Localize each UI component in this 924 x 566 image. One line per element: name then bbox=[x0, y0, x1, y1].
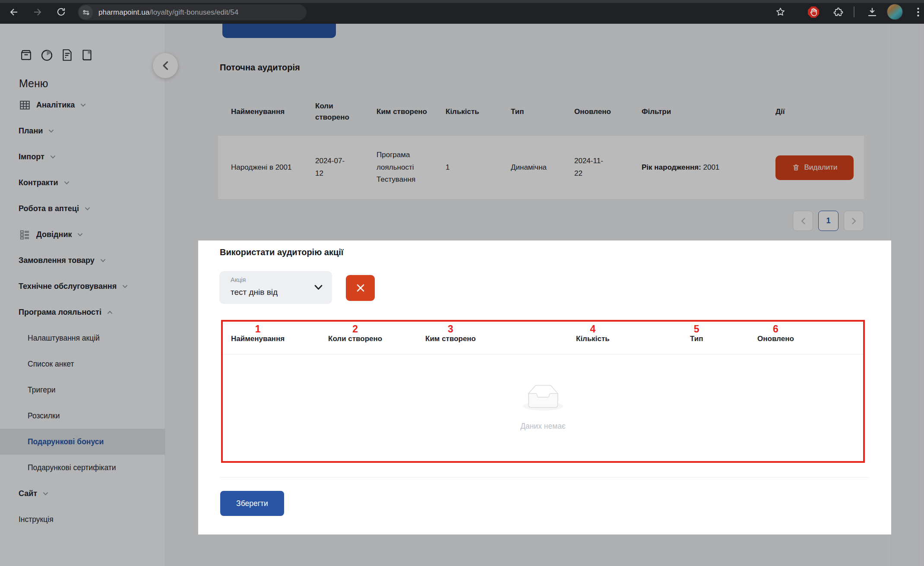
star-icon bbox=[775, 7, 785, 17]
annotated-table-header: 1Найменування 2Коли створено 3Ким створе… bbox=[223, 322, 863, 343]
bookmark-star-button[interactable] bbox=[773, 5, 788, 19]
arrow-left-icon bbox=[9, 7, 19, 17]
browser-forward-button[interactable] bbox=[29, 4, 45, 20]
adblock-extension-button[interactable] bbox=[806, 4, 821, 20]
save-button[interactable]: Зберегти bbox=[220, 491, 284, 516]
profile-avatar[interactable] bbox=[887, 4, 903, 20]
empty-state-text: Даних немає bbox=[520, 422, 566, 431]
url-text: pharmapoint.ua/loyalty/gift-bonuses/edit… bbox=[98, 8, 238, 17]
column-header: Тип bbox=[690, 335, 703, 343]
toolbar-divider bbox=[854, 6, 854, 17]
reload-icon bbox=[56, 7, 66, 17]
annotation-number-4: 4 bbox=[590, 324, 596, 334]
tune-icon bbox=[82, 8, 90, 17]
site-info-button[interactable] bbox=[79, 5, 93, 19]
column-header: Кількість bbox=[576, 335, 610, 343]
empty-inbox-icon bbox=[523, 385, 563, 411]
browser-back-button[interactable] bbox=[6, 4, 22, 20]
annotation-number-5: 5 bbox=[694, 324, 699, 334]
use-promo-audience-panel: Використати аудиторію акції Акція тест д… bbox=[198, 240, 891, 534]
downloads-button[interactable] bbox=[865, 5, 880, 19]
select-value: тест днів від bbox=[231, 288, 278, 297]
close-icon bbox=[355, 283, 366, 293]
browser-reload-button[interactable] bbox=[53, 4, 69, 20]
empty-state: Даних немає bbox=[223, 385, 863, 431]
panel-divider bbox=[220, 477, 869, 477]
browser-menu-button[interactable] bbox=[912, 5, 924, 19]
annotation-number-6: 6 bbox=[773, 324, 778, 334]
download-icon bbox=[867, 6, 878, 18]
annotation-number-1: 1 bbox=[255, 324, 261, 334]
table-header-divider bbox=[223, 354, 863, 354]
adblock-hand-icon bbox=[807, 6, 820, 19]
clear-selection-button[interactable] bbox=[346, 275, 375, 301]
annotated-audience-table: 1Найменування 2Коли створено 3Ким створе… bbox=[221, 320, 865, 463]
column-header: Ким створено bbox=[425, 335, 476, 343]
column-header: Найменування bbox=[231, 335, 285, 343]
browser-chrome: pharmapoint.ua/loyalty/gift-bonuses/edit… bbox=[0, 0, 924, 24]
chevron-down-icon bbox=[314, 285, 323, 290]
annotation-number-3: 3 bbox=[448, 324, 453, 334]
column-header: Коли створено bbox=[328, 335, 382, 343]
puzzle-icon bbox=[833, 7, 844, 17]
address-bar[interactable]: pharmapoint.ua/loyalty/gift-bonuses/edit… bbox=[78, 4, 307, 20]
promo-select[interactable]: Акція тест днів від bbox=[219, 271, 332, 304]
column-header: Оновлено bbox=[757, 335, 794, 343]
panel-title: Використати аудиторію акції bbox=[220, 247, 343, 257]
url-domain: pharmapoint.ua bbox=[98, 8, 149, 16]
extensions-button[interactable] bbox=[831, 5, 846, 19]
kebab-menu-icon bbox=[917, 7, 919, 17]
arrow-right-icon bbox=[32, 7, 42, 17]
url-path: /loyalty/gift-bonuses/edit/54 bbox=[149, 8, 238, 16]
select-label: Акція bbox=[231, 276, 246, 283]
annotation-number-2: 2 bbox=[352, 324, 358, 334]
